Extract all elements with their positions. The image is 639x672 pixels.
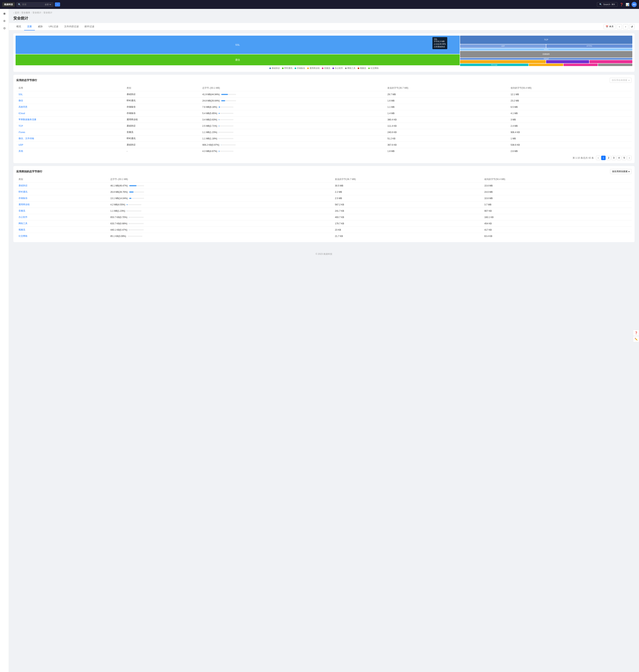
tooltip-proto: 占的基础协议 xyxy=(434,45,446,48)
cat-name-cell: 通用商业组 xyxy=(16,201,108,208)
edit-button[interactable]: ✏️ xyxy=(633,336,639,342)
category-bytes-header-row: 类别 总字节↓(93.1 MB) 发送的字节(36.7 MB) 收到的字节(56… xyxy=(16,176,632,183)
prev-page-button[interactable]: ‹ xyxy=(596,156,601,160)
refresh-button[interactable]: ↺ xyxy=(629,24,635,29)
app-recv-cell: 2.6 MB xyxy=(509,148,632,154)
treemap-cell-imaps[interactable]: IMAPS xyxy=(460,48,632,51)
month-button[interactable]: 📅 本月 xyxy=(604,24,615,29)
treemap-cell-purple[interactable] xyxy=(546,60,589,63)
app-sent-cell: 1.8 MB xyxy=(385,148,508,154)
progress-fill xyxy=(221,144,221,146)
footer-text: © 2023 南凌科技 xyxy=(316,253,332,255)
question-icon[interactable]: ❓ xyxy=(620,3,623,6)
tab-file-filter[interactable]: 文件内容过滤 xyxy=(61,23,82,30)
table-row: 网络工具 633.7 KB(0.68%) 179.7 KB 454 KB xyxy=(16,220,632,227)
cat-name-cell: 存储备份 xyxy=(16,195,108,201)
tab-overview[interactable]: 概览 xyxy=(13,23,24,30)
treemap-gray1-label: 流量服务 xyxy=(542,53,550,56)
treemap-cell-orange[interactable] xyxy=(460,60,546,63)
app-category-cell: 基础协议 xyxy=(124,91,200,97)
category-dropdown-button[interactable]: 按应用类别搜索 ▾ xyxy=(610,169,632,174)
treemap-cell-comm[interactable]: 通信 xyxy=(16,55,460,65)
nav-search-button[interactable]: → xyxy=(55,2,60,6)
progress-bg xyxy=(219,125,233,126)
help-button[interactable]: ❓ xyxy=(633,330,639,336)
treemap-cell-small2[interactable] xyxy=(563,64,598,66)
app-name-cell: 高效同意 xyxy=(16,104,124,110)
breadcrumb-current: 安全统计 xyxy=(43,11,52,14)
next-page-button[interactable]: › xyxy=(627,156,632,160)
breadcrumb: › 监控 / 安全服务 / 安全统计 / 安全统计 xyxy=(9,9,639,14)
tab-threat[interactable]: 威胁 xyxy=(35,23,46,30)
app-search-input[interactable]: 按应用名称搜索 ▾ xyxy=(610,78,632,83)
col-cat-total: 总字节↓(93.1 MB) xyxy=(108,176,333,183)
table-row: 微信 即时通讯 24.8 MB(26.64%) 1.6 MB 23.2 MB xyxy=(16,97,632,104)
next-period-button[interactable]: › xyxy=(623,24,628,29)
tab-url-filter[interactable]: URL过滤 xyxy=(46,23,61,30)
progress-bg xyxy=(129,192,144,193)
table-row: UDP 基础协议 906.2 KB(0.97%) 367.6 KB 538.6 … xyxy=(16,142,632,148)
chevron-down-icon-2: ▾ xyxy=(628,170,629,173)
cat-total-cell: 26.8 MB(28.76%) xyxy=(108,189,333,195)
legend-dot-office xyxy=(332,67,334,69)
treemap-cell-ssl[interactable]: SSL xyxy=(16,36,460,54)
breadcrumb-security-stats[interactable]: 安全统计 xyxy=(32,11,41,14)
sidebar-item-settings[interactable]: ⚙ xyxy=(1,25,7,31)
legend-label-base-proto: 基础协议 xyxy=(272,67,280,70)
sidebar-item-location[interactable]: ⊕ xyxy=(1,18,7,24)
legend-item-video: 视频流 xyxy=(358,67,366,70)
page-1-button[interactable]: 1 xyxy=(601,156,606,160)
nav-search-select[interactable]: 全部 xyxy=(44,3,52,6)
breadcrumb-monitor[interactable]: 监控 xyxy=(15,11,19,14)
treemap-cell-gray1[interactable]: 流量服务 xyxy=(460,51,632,58)
treemap-cell-pink[interactable] xyxy=(590,60,632,63)
cat-sent-cell: 23 KB xyxy=(333,227,482,233)
app-total-cell: 7.6 MB(8.18%) xyxy=(200,104,385,110)
treemap-cell-icloud[interactable]: iCloud xyxy=(460,58,632,60)
app-name-cell: 微信 xyxy=(16,97,124,104)
app-name-cell: 微信、文件传输 xyxy=(16,135,124,142)
legend-label-social: 社交网络 xyxy=(371,67,379,70)
collapse-arrow[interactable]: › xyxy=(13,12,14,14)
sidebar-item-monitor[interactable]: ◉ xyxy=(1,10,7,16)
cat-name-cell: 网络工具 xyxy=(16,220,108,227)
tooltip-bytes: 字节41.9 MB xyxy=(434,40,446,43)
treemap-cell-imessage[interactable]: iMessage xyxy=(460,64,529,66)
table-row: iTunes 音频流 1.1 MB(1.23%) 240.6 KB 906.4 … xyxy=(16,129,632,135)
page-5-button[interactable]: 5 xyxy=(622,156,626,160)
page-2-button[interactable]: 2 xyxy=(606,156,611,160)
tab-mail-filter[interactable]: 邮件过滤 xyxy=(82,23,97,30)
col-app: 应用 xyxy=(16,85,124,91)
app-category-cell: 音频流 xyxy=(124,129,200,135)
cat-name-cell: 即时通讯 xyxy=(16,189,108,195)
prev-period-button[interactable]: ‹ xyxy=(617,24,622,29)
treemap-cell-small3[interactable] xyxy=(598,64,632,66)
progress-bg xyxy=(219,151,233,152)
app-category-cell: 基础协议 xyxy=(124,142,200,148)
treemap-cell-udp[interactable]: UDP xyxy=(460,44,546,48)
nav-search-input[interactable] xyxy=(22,3,43,6)
app-name-cell: ICloud xyxy=(16,110,124,117)
footer: © 2023 南凌科技 xyxy=(9,248,639,260)
progress-fill xyxy=(129,223,129,224)
treemap-cell-small1[interactable] xyxy=(529,64,563,66)
category-dropdown-label: 按应用类别搜索 xyxy=(612,170,628,173)
app-total-cell: 3.4 MB(3.63%) xyxy=(200,117,385,123)
user-avatar[interactable]: AD xyxy=(632,2,637,7)
col-cat-recv: 收到的字节(56.4 MB) xyxy=(482,176,632,183)
app-total-cell: 2.5 MB(2.71%) xyxy=(200,123,385,129)
global-search-button[interactable]: 🔍 Search ⌘K xyxy=(597,2,618,7)
legend-item-instant-msg: 即时通讯 xyxy=(282,67,293,70)
tab-traffic[interactable]: 流量 xyxy=(24,23,35,30)
page-4-button[interactable]: 4 xyxy=(617,156,621,160)
legend-item-biz: 通用商业组 xyxy=(307,67,320,70)
breadcrumb-security-service[interactable]: 安全服务 xyxy=(21,11,30,14)
treemap-cell-tcp[interactable]: TCP xyxy=(460,36,632,44)
page-3-button[interactable]: 3 xyxy=(611,156,616,160)
nav-search-bar[interactable]: 🔍 全部 xyxy=(16,2,53,7)
app-total-cell: 1.1 MB(1.18%) xyxy=(200,135,385,142)
treemap-cell-https[interactable]: HTTPS xyxy=(546,44,632,48)
app-sent-cell: 367.6 KB xyxy=(385,142,508,148)
cat-sent-cell: 493.7 KB xyxy=(333,214,482,220)
chart-icon[interactable]: 📊 xyxy=(626,3,629,6)
